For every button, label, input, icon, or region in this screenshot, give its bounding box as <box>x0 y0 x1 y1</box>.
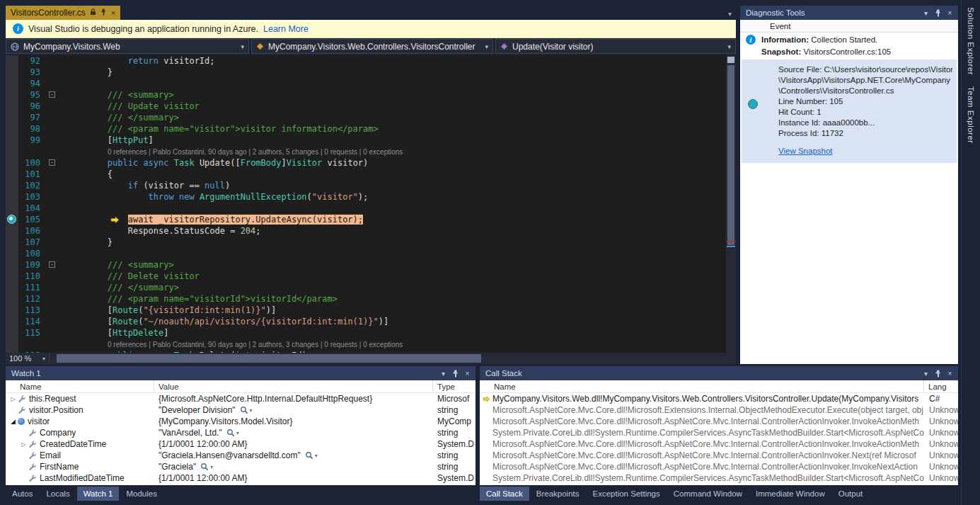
collapse-region-icon[interactable]: - <box>49 91 55 98</box>
watch-value-cell[interactable]: {1/1/0001 12:00:00 AM} <box>154 472 433 484</box>
breakpoint-margin[interactable] <box>6 191 18 203</box>
editor-horizontal-scrollbar[interactable] <box>50 353 736 364</box>
member-dropdown[interactable]: Update(Visitor visitor) ▾ <box>495 39 736 54</box>
watch-value-cell[interactable]: {1/1/0001 12:00:00 AM} <box>154 438 433 450</box>
code-text[interactable]: [HttpPut] <box>58 135 726 146</box>
project-dropdown[interactable]: MyCompany.Visitors.Web ▾ <box>6 39 249 54</box>
watch-row[interactable]: Company"VanArsdel, Ltd."▾string <box>6 427 475 438</box>
tab-solution-explorer[interactable]: Solution Explorer <box>967 7 975 75</box>
callstack-frame[interactable]: Microsoft.AspNetCore.Mvc.Core.dll!Micros… <box>480 416 958 427</box>
watch-row[interactable]: ▷CreatedDateTime{1/1/0001 12:00:00 AM}Sy… <box>6 438 475 450</box>
breakpoint-margin[interactable] <box>6 293 18 305</box>
breakpoint-margin[interactable] <box>6 271 18 282</box>
breakpoint-margin[interactable] <box>6 112 18 123</box>
breakpoint-margin[interactable] <box>6 67 18 78</box>
value-visualizer-icon[interactable]: ▾ <box>200 463 213 471</box>
tab-modules[interactable]: Modules <box>120 487 163 501</box>
code-text[interactable]: if (visitor == null) <box>58 180 726 191</box>
breakpoint-margin[interactable] <box>6 339 18 350</box>
column-header-lang[interactable]: Lang <box>924 380 958 392</box>
code-text[interactable] <box>58 203 726 214</box>
close-icon[interactable]: × <box>111 8 115 17</box>
watch-value-cell[interactable]: {Microsoft.AspNetCore.Http.Internal.Defa… <box>154 393 433 404</box>
editor-vertical-scrollbar[interactable] <box>726 55 736 353</box>
tab-call-stack[interactable]: Call Stack <box>480 487 529 501</box>
breakpoint-margin[interactable] <box>6 327 18 339</box>
breakpoint-margin[interactable] <box>6 305 18 316</box>
value-visualizer-icon[interactable]: ▾ <box>226 429 239 437</box>
code-text[interactable]: public async Task Update([FromBody]Visit… <box>58 157 726 169</box>
pin-icon[interactable] <box>932 7 944 18</box>
collapse-icon[interactable]: ◢ <box>8 418 18 425</box>
watch-row[interactable]: FirstName"Graciela"▾string <box>6 461 475 472</box>
breakpoint-margin[interactable] <box>6 316 18 327</box>
code-text[interactable]: } <box>58 237 726 248</box>
scrollbar-thumb[interactable] <box>727 65 734 245</box>
code-text[interactable]: Response.StatusCode = 204; <box>58 225 726 237</box>
breakpoint-margin[interactable] <box>6 169 18 180</box>
breakpoint-margin[interactable] <box>6 123 18 135</box>
tab-autos[interactable]: Autos <box>6 487 39 501</box>
callstack-frame[interactable]: System.Private.CoreLib.dll!System.Runtim… <box>480 427 958 438</box>
breakpoint-margin[interactable] <box>6 135 18 146</box>
breakpoint-margin[interactable] <box>6 282 18 293</box>
tab-team-explorer[interactable]: Team Explorer <box>967 86 975 144</box>
callstack-frame[interactable]: Microsoft.AspNetCore.Mvc.Core.dll!Micros… <box>480 450 958 461</box>
code-text[interactable]: /// <summary> <box>58 89 726 101</box>
breakpoint-margin[interactable] <box>6 259 18 271</box>
window-position-icon[interactable]: ▾ <box>437 368 449 379</box>
code-text[interactable]: /// Delete visitor <box>58 271 726 282</box>
view-snapshot-link[interactable]: View Snapshot <box>778 146 833 157</box>
watch-value-cell[interactable]: {MyCompany.Visitors.Model.Visitor} <box>154 416 433 427</box>
breakpoint-margin[interactable] <box>6 203 18 214</box>
code-text[interactable]: 0 references | Pablo Costantini, 90 days… <box>58 146 726 157</box>
codelens-info[interactable]: 0 references | Pablo Costantini, 90 days… <box>67 341 403 348</box>
column-header-name[interactable]: Name <box>480 380 924 392</box>
breakpoint-margin[interactable] <box>6 89 18 101</box>
code-text[interactable]: /// <param name="visitor">visitor inform… <box>58 123 726 135</box>
watch-row[interactable]: Email"Graciela.Hansen@vanarsdelltd.com"▾… <box>6 450 475 461</box>
learn-more-link[interactable]: Learn More <box>263 24 309 34</box>
close-icon[interactable]: × <box>461 368 473 379</box>
tab-breakpoints[interactable]: Breakpoints <box>530 487 586 501</box>
expand-icon[interactable]: ▷ <box>8 396 18 402</box>
code-text[interactable]: /// Update visitor <box>58 101 726 112</box>
tab-command-window[interactable]: Command Window <box>667 487 749 501</box>
scrollbar-thumb[interactable] <box>57 354 481 363</box>
watch-row[interactable]: ◢visitor{MyCompany.Visitors.Model.Visito… <box>6 416 475 427</box>
callstack-frame[interactable]: System.Private.CoreLib.dll!System.Runtim… <box>480 472 958 484</box>
code-text[interactable]: await _visitorRepository.UpdateAsync(vis… <box>58 214 726 225</box>
watch-value-cell[interactable]: "Graciela"▾ <box>154 461 433 472</box>
column-header-name[interactable]: Name <box>6 380 154 392</box>
pin-icon[interactable] <box>932 368 944 379</box>
watch-row[interactable]: visitor.Position"Developer Division"▾str… <box>6 404 475 416</box>
breakpoint-margin[interactable] <box>6 157 18 169</box>
editor-splitter-grip[interactable] <box>727 57 734 63</box>
code-text[interactable]: [Route("~/noauth/api/visitors/{visitorId… <box>58 316 726 327</box>
code-text[interactable]: [Route("{visitorId:int:min(1)}")] <box>58 305 726 316</box>
code-text[interactable]: { <box>58 169 726 180</box>
breakpoint-margin[interactable] <box>6 350 18 353</box>
tab-immediate-window[interactable]: Immediate Window <box>749 487 831 501</box>
pin-icon[interactable] <box>100 8 107 18</box>
watch-row[interactable]: LastModifiedDateTime{1/1/0001 12:00:00 A… <box>6 472 475 484</box>
watch-row[interactable]: ▷this.Request{Microsoft.AspNetCore.Http.… <box>6 393 475 404</box>
document-tab[interactable]: VisitorsController.cs × <box>6 6 120 20</box>
collapse-region-icon[interactable]: - <box>49 261 55 268</box>
close-icon[interactable]: × <box>944 368 956 379</box>
breakpoint-margin[interactable] <box>6 180 18 191</box>
column-header-type[interactable]: Type <box>433 380 475 392</box>
diagnostic-tools-header[interactable]: Diagnostic Tools ▾ × <box>740 6 958 20</box>
code-text[interactable]: } <box>58 67 726 78</box>
window-position-icon[interactable]: ▾ <box>920 368 932 379</box>
window-position-icon[interactable]: ▾ <box>920 7 932 18</box>
collapse-region-icon[interactable]: - <box>49 159 55 166</box>
code-editor[interactable]: 92 return visitorId;93 }9495- /// <summa… <box>6 55 736 353</box>
close-icon[interactable]: × <box>944 7 956 18</box>
tab-watch-1[interactable]: Watch 1 <box>77 487 120 501</box>
watch-header[interactable]: Watch 1 ▾ × <box>6 366 475 380</box>
tab-locals[interactable]: Locals <box>40 487 76 501</box>
breakpoint-margin[interactable] <box>6 78 18 89</box>
tab-output[interactable]: Output <box>832 487 870 501</box>
value-visualizer-icon[interactable]: ▾ <box>240 406 253 414</box>
